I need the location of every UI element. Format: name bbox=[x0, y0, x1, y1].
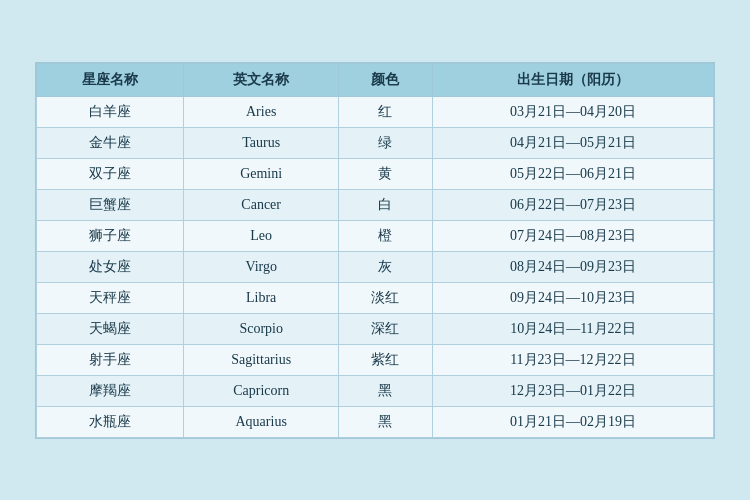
cell-dates: 01月21日—02月19日 bbox=[432, 406, 713, 437]
cell-color: 黑 bbox=[339, 406, 433, 437]
cell-zh-name: 金牛座 bbox=[37, 127, 184, 158]
cell-en-name: Virgo bbox=[184, 251, 339, 282]
header-en-name: 英文名称 bbox=[184, 63, 339, 96]
cell-en-name: Scorpio bbox=[184, 313, 339, 344]
cell-zh-name: 巨蟹座 bbox=[37, 189, 184, 220]
header-zh-name: 星座名称 bbox=[37, 63, 184, 96]
cell-dates: 08月24日—09月23日 bbox=[432, 251, 713, 282]
cell-dates: 05月22日—06月21日 bbox=[432, 158, 713, 189]
cell-color: 淡红 bbox=[339, 282, 433, 313]
cell-dates: 11月23日—12月22日 bbox=[432, 344, 713, 375]
cell-dates: 10月24日—11月22日 bbox=[432, 313, 713, 344]
cell-color: 黄 bbox=[339, 158, 433, 189]
cell-dates: 07月24日—08月23日 bbox=[432, 220, 713, 251]
cell-en-name: Cancer bbox=[184, 189, 339, 220]
cell-color: 黑 bbox=[339, 375, 433, 406]
table-row: 白羊座Aries红03月21日—04月20日 bbox=[37, 96, 714, 127]
cell-dates: 03月21日—04月20日 bbox=[432, 96, 713, 127]
table-row: 摩羯座Capricorn黑12月23日—01月22日 bbox=[37, 375, 714, 406]
cell-zh-name: 双子座 bbox=[37, 158, 184, 189]
table-row: 巨蟹座Cancer白06月22日—07月23日 bbox=[37, 189, 714, 220]
cell-en-name: Aries bbox=[184, 96, 339, 127]
zodiac-table: 星座名称 英文名称 颜色 出生日期（阳历） 白羊座Aries红03月21日—04… bbox=[36, 63, 714, 438]
cell-en-name: Libra bbox=[184, 282, 339, 313]
table-row: 天蝎座Scorpio深红10月24日—11月22日 bbox=[37, 313, 714, 344]
table-row: 处女座Virgo灰08月24日—09月23日 bbox=[37, 251, 714, 282]
cell-dates: 09月24日—10月23日 bbox=[432, 282, 713, 313]
cell-zh-name: 狮子座 bbox=[37, 220, 184, 251]
zodiac-table-container: 星座名称 英文名称 颜色 出生日期（阳历） 白羊座Aries红03月21日—04… bbox=[35, 62, 715, 439]
table-row: 射手座Sagittarius紫红11月23日—12月22日 bbox=[37, 344, 714, 375]
cell-en-name: Gemini bbox=[184, 158, 339, 189]
cell-zh-name: 处女座 bbox=[37, 251, 184, 282]
cell-en-name: Capricorn bbox=[184, 375, 339, 406]
cell-dates: 12月23日—01月22日 bbox=[432, 375, 713, 406]
cell-color: 深红 bbox=[339, 313, 433, 344]
table-row: 水瓶座Aquarius黑01月21日—02月19日 bbox=[37, 406, 714, 437]
cell-en-name: Aquarius bbox=[184, 406, 339, 437]
cell-zh-name: 射手座 bbox=[37, 344, 184, 375]
table-row: 天秤座Libra淡红09月24日—10月23日 bbox=[37, 282, 714, 313]
cell-en-name: Leo bbox=[184, 220, 339, 251]
cell-zh-name: 天秤座 bbox=[37, 282, 184, 313]
header-dates: 出生日期（阳历） bbox=[432, 63, 713, 96]
cell-zh-name: 天蝎座 bbox=[37, 313, 184, 344]
cell-color: 白 bbox=[339, 189, 433, 220]
cell-zh-name: 水瓶座 bbox=[37, 406, 184, 437]
cell-color: 橙 bbox=[339, 220, 433, 251]
cell-zh-name: 白羊座 bbox=[37, 96, 184, 127]
header-color: 颜色 bbox=[339, 63, 433, 96]
cell-en-name: Sagittarius bbox=[184, 344, 339, 375]
cell-en-name: Taurus bbox=[184, 127, 339, 158]
table-row: 金牛座Taurus绿04月21日—05月21日 bbox=[37, 127, 714, 158]
cell-color: 紫红 bbox=[339, 344, 433, 375]
table-row: 狮子座Leo橙07月24日—08月23日 bbox=[37, 220, 714, 251]
table-header-row: 星座名称 英文名称 颜色 出生日期（阳历） bbox=[37, 63, 714, 96]
cell-color: 绿 bbox=[339, 127, 433, 158]
cell-color: 灰 bbox=[339, 251, 433, 282]
table-row: 双子座Gemini黄05月22日—06月21日 bbox=[37, 158, 714, 189]
cell-dates: 04月21日—05月21日 bbox=[432, 127, 713, 158]
cell-dates: 06月22日—07月23日 bbox=[432, 189, 713, 220]
cell-color: 红 bbox=[339, 96, 433, 127]
cell-zh-name: 摩羯座 bbox=[37, 375, 184, 406]
